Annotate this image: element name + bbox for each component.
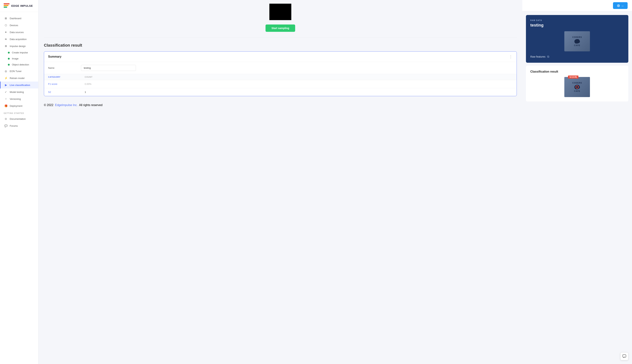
copyright-text: © 2022: [44, 104, 54, 106]
sidebar-item-deployment[interactable]: 🎁 Deployment: [0, 102, 38, 109]
dot-icon: [8, 64, 10, 66]
sidebar-item-documentation[interactable]: ⊙ Documentation: [0, 115, 38, 122]
camera-preview: Start sampling: [44, 0, 517, 38]
sidebar-item-label: Data sources: [10, 31, 24, 34]
result-coders-text: CODERS: [572, 82, 582, 84]
coders-cafe-text-top: CODERS: [572, 36, 582, 38]
sidebar-item-impulse-design[interactable]: ⚙ Impulse design: [0, 42, 38, 50]
eon-tuner-icon: ◎: [4, 70, 8, 73]
sidebar-item-eon-tuner[interactable]: ◎ EON Tuner: [0, 68, 38, 74]
svg-rect-3: [623, 355, 626, 357]
name-input[interactable]: [81, 65, 136, 71]
classification-card: Summary ⋮ Name CATEGORY COUNT F1 score 0…: [44, 51, 517, 96]
sidebar: EDGE IMPULSE ⊞ Dashboard ⬡ Devices ✦ Dat…: [0, 0, 38, 364]
classification-section-title: Classification result: [44, 43, 517, 48]
dot-icon: [8, 58, 10, 60]
category-col-header: CATEGORY: [48, 76, 85, 78]
dot-icon: [8, 52, 10, 54]
class-result-title: Classification result: [530, 70, 624, 73]
splat-decoration: [574, 39, 580, 44]
company-link[interactable]: EdgeImpulse Inc.: [55, 104, 78, 106]
sidebar-item-label: Devices: [10, 24, 18, 27]
top-action-button[interactable]: ...: [613, 2, 628, 9]
raw-data-name: testing: [530, 23, 624, 28]
sidebar-item-label: Data acquisition: [10, 38, 27, 40]
rights-text: All rights reserved: [79, 104, 102, 106]
footer: © 2022 EdgeImpulse Inc. All rights reser…: [44, 104, 517, 107]
category-cell: F1 score: [48, 83, 85, 86]
summary-title: Summary: [48, 55, 62, 58]
sidebar-nav: ⊞ Dashboard ⬡ Devices ✦ Data sources ≋ D…: [0, 12, 38, 364]
raw-data-label: RAW DATA: [530, 20, 624, 22]
model-testing-icon: ✓: [4, 90, 8, 94]
category-cell: S2: [48, 91, 85, 94]
sidebar-item-label: Live classification: [10, 84, 30, 86]
sidebar-item-retrain-model[interactable]: ⚡ Retrain model: [0, 74, 38, 82]
detection-badge: S2 (0.95): [568, 76, 578, 78]
coders-cafe-text-bottom: CAFE: [574, 44, 580, 46]
sidebar-item-label: Model testing: [10, 91, 24, 94]
sidebar-item-devices[interactable]: ⬡ Devices: [0, 22, 38, 29]
count-col-header: COUNT: [85, 76, 92, 78]
right-top-bar: ...: [522, 0, 632, 11]
live-classification-icon: ▶: [4, 83, 8, 87]
table-row: S2 1: [44, 88, 516, 96]
table-row: F1 score 0.00%: [44, 80, 516, 88]
sidebar-item-label: Object detection: [12, 63, 29, 66]
logo-icon: [4, 3, 10, 8]
chat-bubble-button[interactable]: [620, 352, 628, 360]
raw-features-text: Raw features: [530, 55, 545, 58]
raw-data-card: RAW DATA testing CODERS CAFE Raw feature…: [526, 15, 628, 63]
sidebar-item-data-acquisition[interactable]: ≋ Data acquisition: [0, 36, 38, 42]
sidebar-item-model-testing[interactable]: ✓ Model testing: [0, 88, 38, 96]
sidebar-item-data-sources[interactable]: ✦ Data sources: [0, 29, 38, 36]
documentation-icon: ⊙: [4, 117, 8, 120]
sidebar-item-image[interactable]: Image: [0, 56, 38, 62]
summary-header: Summary ⋮: [44, 52, 516, 62]
result-image: CODERS CAFE S2 (0.95): [564, 77, 590, 97]
count-cell: 0.00%: [85, 83, 92, 86]
name-label: Name: [48, 66, 81, 69]
right-panel: ... RAW DATA testing CODERS CAFE: [522, 0, 632, 364]
versioning-icon: ⑂: [4, 97, 8, 100]
sidebar-item-label: Documentation: [10, 118, 26, 120]
main-content: Start sampling Classification result Sum…: [38, 0, 632, 364]
classification-section: Classification result Summary ⋮ Name CAT…: [44, 43, 517, 96]
sidebar-item-versioning[interactable]: ⑂ Versioning: [0, 96, 38, 102]
sidebar-item-label: Impulse design: [10, 45, 26, 48]
count-cell: 1: [85, 91, 86, 94]
retrain-model-icon: ⚡: [4, 76, 8, 80]
name-row: Name: [44, 62, 516, 74]
data-acquisition-icon: ≋: [4, 38, 8, 41]
result-cafe-text: CAFE: [574, 90, 580, 92]
sidebar-item-dashboard[interactable]: ⊞ Dashboard: [0, 15, 38, 22]
dashboard-icon: ⊞: [4, 17, 8, 20]
classification-result-card: Classification result CODERS CAFE S2 (0.…: [526, 66, 628, 102]
sidebar-item-live-classification[interactable]: ▶ Live classification: [0, 82, 38, 88]
sidebar-item-label: Deployment: [10, 104, 22, 107]
copy-icon[interactable]: ⧉: [547, 55, 549, 58]
raw-data-image-area: CODERS CAFE: [530, 31, 624, 51]
sidebar-item-label: EON Tuner: [10, 70, 22, 72]
start-sampling-button[interactable]: Start sampling: [266, 24, 295, 32]
result-image-container: CODERS CAFE S2 (0.95): [564, 77, 590, 97]
forums-icon: 💬: [4, 124, 8, 128]
content-area: Start sampling Classification result Sum…: [38, 0, 632, 364]
class-result-image-area: CODERS CAFE S2 (0.95): [530, 77, 624, 97]
getting-started-label: GETTING STARTED: [0, 109, 38, 115]
sidebar-item-object-detection[interactable]: Object detection: [0, 62, 38, 68]
sidebar-item-label: Forums: [10, 124, 18, 127]
raw-features-row: Raw features ⧉: [530, 55, 624, 58]
more-options-button[interactable]: ⋮: [509, 55, 512, 58]
sidebar-item-label: Versioning: [10, 98, 21, 100]
sidebar-item-label: Image: [12, 57, 18, 60]
table-header: CATEGORY COUNT: [44, 74, 516, 80]
detection-dot: [576, 86, 579, 89]
deployment-icon: 🎁: [4, 104, 8, 108]
devices-icon: ⬡: [4, 24, 8, 27]
sidebar-item-forums[interactable]: 💬 Forums: [0, 122, 38, 129]
data-sources-icon: ✦: [4, 30, 8, 34]
sidebar-item-label: Retrain model: [10, 77, 24, 80]
sidebar-item-create-impulse[interactable]: Create impulse: [0, 50, 38, 56]
logo-area: EDGE IMPULSE: [0, 0, 38, 12]
